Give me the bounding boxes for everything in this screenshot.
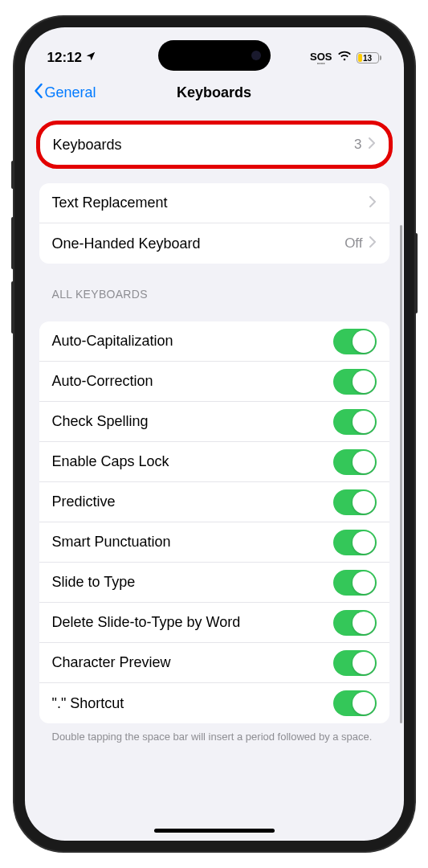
character-preview-toggle[interactable]	[333, 650, 377, 676]
wifi-icon	[337, 50, 352, 66]
silent-switch	[11, 161, 14, 189]
row-label: Predictive	[52, 493, 116, 510]
row-label: Character Preview	[52, 654, 171, 671]
status-time: 12:12	[47, 50, 82, 66]
row-value: 3	[354, 137, 361, 153]
nav-bar: General Keyboards	[25, 72, 404, 113]
keyboards-group: Keyboards 3	[36, 121, 393, 169]
row-right: Off	[344, 235, 376, 252]
enable-caps-lock-row: Enable Caps Lock	[39, 442, 389, 482]
enable-caps-lock-toggle[interactable]	[333, 449, 377, 475]
auto-correction-toggle[interactable]	[333, 369, 377, 395]
status-right: SOS •••• 13	[310, 50, 381, 66]
row-label: Auto-Capitalization	[52, 333, 173, 350]
row-value: Off	[344, 235, 362, 252]
sos-indicator: SOS ••••	[310, 51, 332, 65]
row-label: "." Shortcut	[52, 695, 124, 712]
row-right: 3	[354, 137, 375, 153]
predictive-toggle[interactable]	[333, 489, 377, 515]
smart-punctuation-toggle[interactable]	[333, 530, 377, 555]
row-label: Delete Slide-to-Type by Word	[52, 614, 241, 631]
row-label: Text Replacement	[52, 194, 168, 211]
content: Keyboards 3 Text Replacement	[25, 121, 404, 751]
delete-slide-to-type-toggle[interactable]	[333, 610, 377, 636]
status-left: 12:12	[47, 50, 96, 66]
section-header: ALL KEYBOARDS	[25, 264, 404, 307]
chevron-right-icon	[369, 137, 376, 152]
text-options-group: Text Replacement One-Handed Keyboard Off	[39, 183, 389, 264]
period-shortcut-toggle[interactable]	[333, 690, 377, 716]
row-label: One-Handed Keyboard	[52, 235, 201, 252]
back-button[interactable]: General	[33, 83, 96, 103]
screen: 12:12 SOS •••• 13	[25, 27, 404, 841]
home-indicator[interactable]	[154, 829, 275, 833]
battery-indicator: 13	[357, 52, 381, 63]
period-shortcut-row: "." Shortcut	[39, 683, 389, 723]
scroll-indicator[interactable]	[400, 225, 402, 723]
row-label: Check Spelling	[52, 413, 149, 430]
location-icon	[85, 50, 96, 66]
one-handed-row[interactable]: One-Handed Keyboard Off	[39, 223, 389, 264]
predictive-row: Predictive	[39, 482, 389, 522]
slide-to-type-toggle[interactable]	[333, 570, 377, 596]
row-label: Slide to Type	[52, 574, 136, 591]
chevron-right-icon	[369, 236, 377, 251]
chevron-right-icon	[369, 196, 377, 211]
character-preview-row: Character Preview	[39, 643, 389, 683]
text-replacement-row[interactable]: Text Replacement	[39, 183, 389, 223]
row-label: Auto-Correction	[52, 373, 153, 390]
delete-slide-to-type-row: Delete Slide-to-Type by Word	[39, 603, 389, 643]
row-right	[369, 196, 377, 211]
camera-dot	[251, 51, 261, 60]
check-spelling-row: Check Spelling	[39, 402, 389, 442]
auto-capitalization-toggle[interactable]	[333, 329, 377, 354]
volume-up-button	[11, 217, 14, 269]
slide-to-type-row: Slide to Type	[39, 563, 389, 603]
all-keyboards-group: Auto-Capitalization Auto-Correction Chec…	[39, 321, 389, 723]
row-label: Enable Caps Lock	[52, 453, 169, 470]
back-label: General	[45, 84, 96, 101]
check-spelling-toggle[interactable]	[333, 409, 377, 435]
auto-correction-row: Auto-Correction	[39, 362, 389, 402]
phone-frame: 12:12 SOS •••• 13	[14, 16, 415, 852]
section-footer: Double tapping the space bar will insert…	[25, 723, 404, 751]
keyboards-row[interactable]: Keyboards 3	[40, 125, 389, 165]
row-label: Smart Punctuation	[52, 534, 171, 551]
chevron-left-icon	[33, 83, 43, 103]
row-label: Keyboards	[53, 137, 122, 154]
volume-down-button	[11, 281, 14, 334]
smart-punctuation-row: Smart Punctuation	[39, 522, 389, 563]
auto-capitalization-row: Auto-Capitalization	[39, 321, 389, 362]
page-title: Keyboards	[177, 84, 251, 101]
power-button	[414, 233, 418, 313]
dynamic-island	[158, 40, 271, 71]
